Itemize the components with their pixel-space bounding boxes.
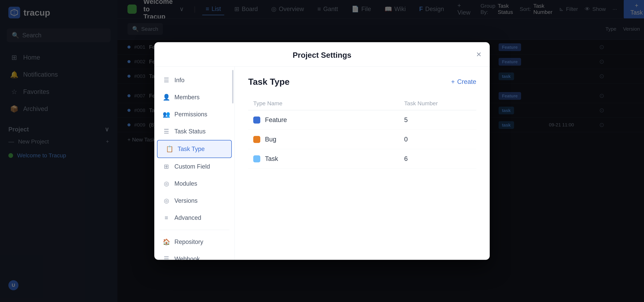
create-icon: + [451,78,455,85]
webhook-nav-icon: ☰ [163,256,170,260]
custom-field-nav-icon: ⊞ [163,163,170,170]
modal-nav-custom-field-label: Custom Field [174,163,210,170]
modal-content-title: Task Type [248,77,290,87]
modal-nav-versions-label: Versions [174,197,198,204]
advanced-nav-icon: ≡ [163,214,170,221]
info-nav-icon: ☰ [163,77,170,84]
modal-nav-modules-label: Modules [174,180,197,187]
modal-nav-task-type-label: Task Type [178,146,204,152]
feature-name: Feature [265,116,287,124]
modal-header: Project Settings × [154,42,490,67]
type-row-task[interactable]: Task 6 [248,149,476,168]
project-settings-modal: Project Settings × ☰ Info 👤 Members 👥 Pe… [154,42,490,260]
modal-nav-task-type[interactable]: 📋 Task Type [157,140,232,158]
permissions-nav-icon: 👥 [163,111,170,118]
modal-nav-advanced-label: Advanced [174,214,201,221]
task-name-cell: Task [265,155,278,162]
modal-nav-task-status-label: Task Status [174,128,206,135]
modal-body: ☰ Info 👤 Members 👥 Permissions ☰ Task St… [154,67,490,260]
modal-nav-info-label: Info [174,77,184,84]
create-label: Create [457,78,476,85]
modal-nav-versions[interactable]: ◎ Versions [154,192,234,209]
modal-nav-repository[interactable]: 🏠 Repository [154,233,234,250]
bug-name: Bug [265,136,276,143]
bug-color-dot [253,136,260,143]
modal-nav-members[interactable]: 👤 Members [154,89,234,106]
modal-nav-members-label: Members [174,94,200,101]
repository-nav-icon: 🏠 [163,238,170,245]
modal-nav-task-status[interactable]: ☰ Task Status [154,123,234,140]
modal-nav-webhook[interactable]: ☰ Webhook [154,250,234,260]
feature-number: 5 [404,116,471,124]
task-status-nav-icon: ☰ [163,128,170,135]
modules-nav-icon: ◎ [163,180,170,187]
task-number: 6 [404,155,471,162]
modal-title: Project Settings [293,51,351,60]
modal-nav-permissions[interactable]: 👥 Permissions [154,106,234,123]
task-number-header: Task Number [404,100,471,107]
type-table-header: Type Name Task Number [248,97,476,110]
modal-content-header: Task Type + Create [248,77,476,87]
type-name-header: Type Name [253,100,404,107]
feature-color-dot [253,117,260,124]
modal-nav: ☰ Info 👤 Members 👥 Permissions ☰ Task St… [154,67,235,260]
type-row-bug[interactable]: Bug 0 [248,130,476,149]
task-type-nav-icon: 📋 [166,146,173,152]
modal-scrollbar [232,70,234,104]
create-button[interactable]: + Create [451,78,476,85]
nav-divider [159,230,230,230]
modal-nav-info[interactable]: ☰ Info [154,72,234,89]
modal-nav-webhook-label: Webhook [174,256,200,260]
modal-main-content: Task Type + Create Type Name Task Number… [235,67,490,260]
members-nav-icon: 👤 [163,94,170,101]
type-table: Type Name Task Number Feature 5 Bug 0 [248,97,476,168]
versions-nav-icon: ◎ [163,197,170,204]
modal-nav-modules[interactable]: ◎ Modules [154,175,234,192]
modal-nav-custom-field[interactable]: ⊞ Custom Field [154,158,234,175]
modal-close-button[interactable]: × [476,50,481,59]
modal-nav-repository-label: Repository [174,238,203,245]
type-row-feature[interactable]: Feature 5 [248,110,476,130]
task-color-dot [253,155,260,162]
bug-number: 0 [404,136,471,143]
modal-nav-permissions-label: Permissions [174,111,207,118]
modal-nav-advanced[interactable]: ≡ Advanced [154,209,234,226]
